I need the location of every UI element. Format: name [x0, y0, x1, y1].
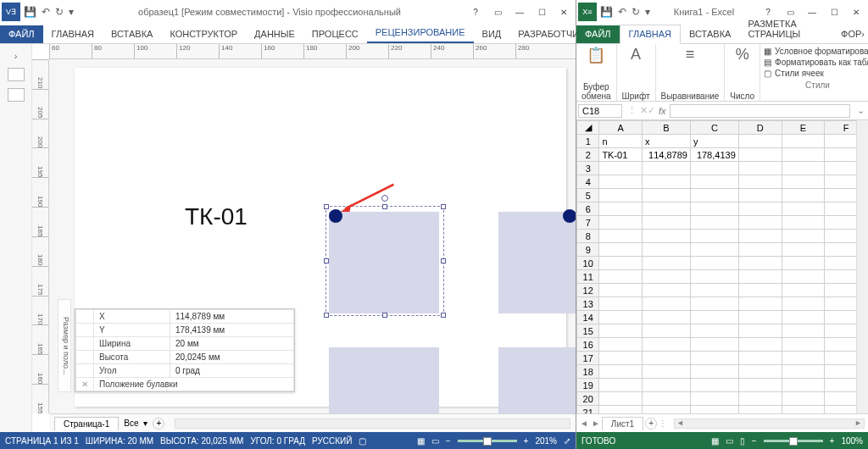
sheet-nav-last-icon[interactable]: ► [592, 419, 600, 428]
ribbon-align-group[interactable]: ≡ Выравнивание [656, 44, 726, 101]
stencil-icon-2[interactable] [8, 88, 25, 102]
cell[interactable] [738, 297, 782, 311]
cell[interactable] [782, 257, 825, 270]
row-header[interactable]: 12 [577, 284, 599, 297]
cell[interactable] [643, 230, 691, 243]
cell[interactable] [738, 270, 782, 284]
cell[interactable] [690, 392, 738, 406]
fx-enter-icon[interactable]: ✓ [648, 105, 655, 116]
cell[interactable] [599, 175, 643, 189]
cell[interactable] [782, 216, 825, 230]
row-header[interactable]: 11 [577, 270, 599, 284]
col-header[interactable]: D [738, 121, 782, 135]
qat-save-icon[interactable]: 💾 [24, 6, 36, 18]
cell[interactable] [599, 311, 643, 324]
view-pagebreak-icon[interactable]: ▯ [740, 436, 745, 446]
row-header[interactable]: 5 [577, 189, 599, 202]
cell[interactable] [690, 202, 738, 216]
cell[interactable] [738, 324, 782, 338]
view-normal-icon[interactable]: ▭ [431, 436, 439, 446]
tab-design[interactable]: КОНСТРУКТОР [161, 25, 246, 43]
row-header[interactable]: 13 [577, 297, 599, 311]
cell[interactable] [738, 148, 782, 162]
ribbon-font-group[interactable]: A Шрифт [617, 44, 656, 101]
resize-handle[interactable] [441, 258, 446, 263]
cell[interactable] [782, 297, 825, 311]
cell[interactable] [782, 148, 825, 162]
cell[interactable] [643, 257, 691, 270]
cell[interactable] [643, 162, 691, 175]
v-scrollbar[interactable] [856, 120, 868, 413]
col-header[interactable]: E [782, 121, 825, 135]
shape-fan-tr[interactable] [498, 212, 576, 313]
close-icon[interactable]: ✕ [554, 4, 574, 19]
ribbon-number-group[interactable]: % Число [725, 44, 760, 101]
cell[interactable] [599, 297, 643, 311]
qat-redo-icon[interactable]: ↻ [632, 6, 640, 18]
cell[interactable] [690, 365, 738, 379]
cell[interactable] [738, 135, 782, 148]
cell[interactable]: n [599, 135, 643, 148]
cell[interactable] [643, 243, 691, 257]
cell[interactable] [782, 365, 825, 379]
row-header[interactable]: 17 [577, 352, 599, 365]
tab-file[interactable]: ФАЙЛ [576, 25, 620, 43]
zoom-out-icon[interactable]: − [446, 436, 451, 446]
zoom-slider[interactable] [458, 440, 517, 442]
stencil-icon-1[interactable] [8, 68, 25, 81]
cell[interactable] [738, 216, 782, 230]
cell[interactable] [643, 406, 691, 414]
sp-val-angle[interactable]: 0 град [170, 364, 294, 378]
row-header[interactable]: 2 [577, 148, 599, 162]
cell[interactable] [643, 365, 691, 379]
cell[interactable] [643, 379, 691, 392]
row-header[interactable]: 1 [577, 135, 599, 148]
view-presentation-icon[interactable]: ▦ [417, 436, 425, 446]
cell[interactable] [690, 270, 738, 284]
maximize-icon[interactable]: ☐ [531, 4, 552, 19]
cell[interactable] [643, 311, 691, 324]
cell[interactable] [738, 365, 782, 379]
cell[interactable]: 178,4139 [690, 148, 738, 162]
number-icon[interactable]: % [736, 46, 749, 64]
cell[interactable] [738, 162, 782, 175]
cell[interactable] [599, 324, 643, 338]
cell[interactable] [643, 324, 691, 338]
zoom-value[interactable]: 100% [841, 436, 863, 446]
h-scrollbar[interactable] [175, 419, 570, 429]
row-header[interactable]: 19 [577, 379, 599, 392]
cell[interactable] [599, 162, 643, 175]
tab-view[interactable]: ВИД [474, 25, 510, 43]
add-page-button[interactable]: + [153, 418, 164, 430]
excel-grid[interactable]: ◢ A B C D E F 1 n x y 2 TK-01 114,8789 1… [576, 120, 868, 413]
tab-insert[interactable]: ВСТАВКА [103, 25, 161, 43]
cell[interactable] [782, 270, 825, 284]
cell[interactable] [599, 270, 643, 284]
cell[interactable] [690, 175, 738, 189]
sp-val-y[interactable]: 178,4139 мм [170, 324, 294, 337]
sheet-nav-first-icon[interactable]: ◄ [580, 419, 588, 428]
help-icon[interactable]: ? [465, 4, 486, 19]
zoom-in-icon[interactable]: + [524, 436, 529, 446]
cell[interactable] [782, 379, 825, 392]
cell[interactable] [738, 406, 782, 414]
cell[interactable] [643, 284, 691, 297]
col-header[interactable]: C [690, 121, 738, 135]
cell[interactable] [599, 216, 643, 230]
tab-insert[interactable]: ВСТАВКА [681, 25, 739, 43]
resize-handle[interactable] [324, 258, 329, 263]
cell[interactable] [690, 230, 738, 243]
cell[interactable] [599, 379, 643, 392]
cell[interactable] [738, 352, 782, 365]
fit-page-icon[interactable]: ⤢ [564, 436, 570, 446]
align-icon[interactable]: ≡ [686, 46, 695, 64]
size-position-title[interactable]: Размер и поло... [58, 299, 71, 392]
qat-undo-icon[interactable]: ↶ [618, 6, 626, 18]
all-pages-label[interactable]: Все [124, 419, 138, 428]
shape-fan-bl[interactable] [329, 347, 439, 415]
row-header[interactable]: 14 [577, 311, 599, 324]
ribbon-clipboard-group[interactable]: 📋 Буфер обмена [576, 44, 617, 101]
cell[interactable] [782, 230, 825, 243]
formula-expand-icon[interactable]: ⌄ [854, 105, 868, 116]
cell[interactable] [643, 338, 691, 352]
